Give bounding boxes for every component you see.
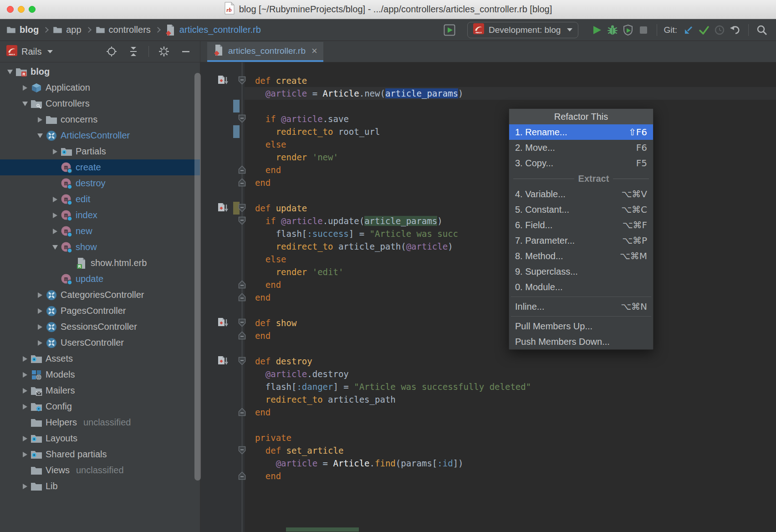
tab-articles-controller[interactable]: articles_controller.rb × [207,42,323,62]
menu-item-9-superclass[interactable]: 9. Superclass... [509,264,653,279]
stop-icon[interactable] [636,22,651,38]
code-line[interactable] [245,419,776,431]
rails-action-gutter-icon[interactable] [217,317,229,331]
update-project-icon[interactable] [681,22,696,38]
menu-item-push-members-down[interactable]: Push Members Down... [509,334,653,349]
tree-item-application[interactable]: Application [0,80,200,96]
code-line[interactable]: def create [245,74,776,87]
tree-item-shared-partials[interactable]: Shared partials [0,446,200,462]
chevron-collapsed-icon[interactable] [35,340,46,346]
commit-icon[interactable] [696,22,712,38]
chevron-collapsed-icon[interactable] [50,197,61,202]
code-line[interactable]: def destroy [245,355,776,368]
fold-down-icon[interactable] [238,216,246,227]
rails-action-gutter-icon[interactable] [217,355,229,369]
editor-body[interactable]: def create @article = Article.new(articl… [200,62,776,532]
settings-icon[interactable] [156,44,172,59]
close-icon[interactable]: × [311,46,317,56]
tree-item-categoriescontroller[interactable]: CategoriesController [0,287,200,303]
fold-down-icon[interactable] [238,357,246,367]
menu-item-7-parameter[interactable]: 7. Parameter...⌥⌘P [509,233,653,248]
rails-action-gutter-icon[interactable] [217,75,229,88]
run-in-frame-icon[interactable] [442,22,457,38]
breadcrumb-item-blog[interactable]: blog [6,25,39,35]
hide-icon[interactable] [178,44,194,59]
menu-item-0-module[interactable]: 0. Module... [509,279,653,295]
chevron-expanded-icon[interactable] [20,102,31,106]
tree-item-create[interactable]: mcreate [0,159,200,175]
tool-window-view-selector[interactable]: RAILS Rails [6,45,53,58]
fold-up-icon[interactable] [238,331,246,342]
run-icon[interactable] [589,22,605,38]
code-line[interactable]: @article = Article.find(params[:id]) [245,457,776,470]
tree-item-userscontroller[interactable]: UsersController [0,335,200,351]
fold-up-icon[interactable] [238,165,246,176]
code-line[interactable]: @article.destroy [245,368,776,380]
chevron-collapsed-icon[interactable] [20,484,31,489]
tree-item-articlescontroller[interactable]: ArticlesController [0,128,200,143]
breadcrumb-item-articles-controller-rb[interactable]: articles_controller.rb [165,24,261,36]
chevron-expanded-icon[interactable] [5,70,15,74]
tree-item-partials[interactable]: Partials [0,143,200,159]
chevron-collapsed-icon[interactable] [35,308,46,314]
tree-item-index[interactable]: mindex [0,207,200,223]
tree-item-new[interactable]: mnew [0,223,200,239]
rails-action-gutter-icon[interactable] [217,202,229,216]
debug-icon[interactable] [605,22,620,38]
fold-down-icon[interactable] [238,76,246,87]
menu-item-pull-members-up[interactable]: Pull Members Up... [509,318,653,334]
tree-item-helpers[interactable]: Helpersunclassified [0,414,200,430]
fold-down-icon[interactable] [238,114,246,125]
chevron-collapsed-icon[interactable] [35,324,46,330]
tree-item-destroy[interactable]: mdestroy [0,175,200,191]
chevron-collapsed-icon[interactable] [20,404,31,409]
tree-item-controllers[interactable]: Controllers [0,96,200,112]
tree-item-update[interactable]: mupdate [0,271,200,287]
tree-item-mailers[interactable]: Mailers [0,383,200,399]
menu-item-1-rename[interactable]: 1. Rename...⇧F6 [509,124,653,140]
tree-item-sessionscontroller[interactable]: SessionsController [0,319,200,335]
code-line[interactable]: @article = Article.new(article_params) [245,87,776,100]
chevron-collapsed-icon[interactable] [20,436,31,441]
zoom-window-button[interactable] [29,6,36,13]
breadcrumb-item-app[interactable]: app [53,25,81,35]
sidebar-scrollbar[interactable] [194,73,201,481]
menu-item-6-field[interactable]: 6. Field...⌥⌘F [509,217,653,233]
menu-item-4-variable[interactable]: 4. Variable...⌥⌘V [509,186,653,202]
fold-down-icon[interactable] [238,318,246,329]
tree-item-pagescontroller[interactable]: PagesController [0,303,200,319]
tree-item-blog[interactable]: Rblog [0,64,200,80]
fold-down-icon[interactable] [238,204,246,214]
tree-item-layouts[interactable]: Layouts [0,430,200,446]
code-line[interactable]: redirect_to articles_path [245,393,776,406]
chevron-collapsed-icon[interactable] [20,388,31,394]
menu-item-2-move[interactable]: 2. Move...F6 [509,140,653,155]
tree-item-lib[interactable]: Lib [0,478,200,494]
fold-down-icon[interactable] [238,446,246,456]
code-line[interactable]: end [245,406,776,419]
tree-item-views[interactable]: Viewsunclassified [0,462,200,478]
menu-item-5-constant[interactable]: 5. Constant...⌥⌘C [509,202,653,217]
fold-up-icon[interactable] [238,293,246,303]
rollback-icon[interactable] [727,22,743,38]
fold-up-icon[interactable] [238,408,246,418]
menu-item-inline[interactable]: Inline...⌥⌘N [509,299,653,314]
history-icon[interactable] [712,22,727,38]
code-line[interactable]: private [245,431,776,444]
menu-item-3-copy[interactable]: 3. Copy...F5 [509,155,653,171]
chevron-expanded-icon[interactable] [50,245,61,250]
chevron-collapsed-icon[interactable] [35,117,46,123]
chevron-collapsed-icon[interactable] [20,356,31,362]
coverage-icon[interactable] [620,22,636,38]
code-line[interactable]: flash[:danger] = "Article was successful… [245,380,776,393]
fold-up-icon[interactable] [238,471,246,482]
chevron-collapsed-icon[interactable] [50,149,61,154]
run-configuration-selector[interactable]: RAILS Development: blog [467,22,578,38]
tree-item-assets[interactable]: Assets [0,351,200,367]
collapse-all-icon[interactable] [126,44,141,59]
chevron-collapsed-icon[interactable] [20,372,31,378]
chevron-collapsed-icon[interactable] [20,85,31,91]
code-line[interactable]: end [245,470,776,482]
breadcrumb-item-controllers[interactable]: controllers [96,25,151,35]
tree-item-show[interactable]: mshow [0,239,200,255]
